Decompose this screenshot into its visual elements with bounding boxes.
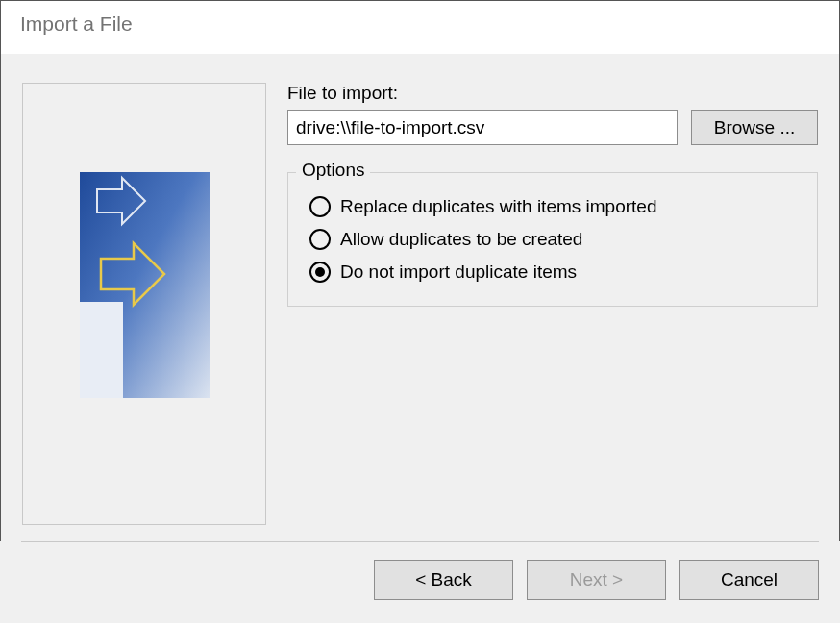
options-group: Options Replace duplicates with items im…	[287, 172, 818, 307]
options-legend: Options	[296, 160, 370, 181]
button-row: < Back Next > Cancel	[21, 560, 819, 600]
file-to-import-label: File to import:	[287, 83, 818, 104]
radio-icon	[309, 229, 331, 250]
radio-label: Allow duplicates to be created	[340, 229, 582, 250]
radio-no-import-duplicates[interactable]: Do not import duplicate items	[309, 256, 800, 288]
svg-rect-1	[80, 302, 123, 398]
wizard-arrows-image	[80, 172, 210, 398]
radio-label: Do not import duplicate items	[340, 262, 577, 283]
file-path-input[interactable]	[287, 110, 678, 145]
wizard-image-panel	[22, 83, 266, 525]
radio-label: Replace duplicates with items imported	[340, 196, 657, 217]
radio-replace-duplicates[interactable]: Replace duplicates with items imported	[309, 190, 800, 223]
footer-separator	[21, 541, 819, 542]
dialog-content: File to import: Browse ... Options Repla…	[1, 54, 839, 525]
radio-icon	[309, 262, 331, 283]
cancel-button[interactable]: Cancel	[679, 560, 819, 600]
dialog-footer: < Back Next > Cancel	[0, 541, 840, 623]
radio-allow-duplicates[interactable]: Allow duplicates to be created	[309, 223, 800, 256]
dialog-title: Import a File	[1, 1, 839, 54]
file-input-row: Browse ...	[287, 110, 818, 145]
form-panel: File to import: Browse ... Options Repla…	[287, 83, 818, 525]
next-button[interactable]: Next >	[527, 560, 666, 600]
radio-icon	[309, 196, 331, 217]
back-button[interactable]: < Back	[374, 560, 513, 600]
browse-button[interactable]: Browse ...	[691, 110, 818, 145]
